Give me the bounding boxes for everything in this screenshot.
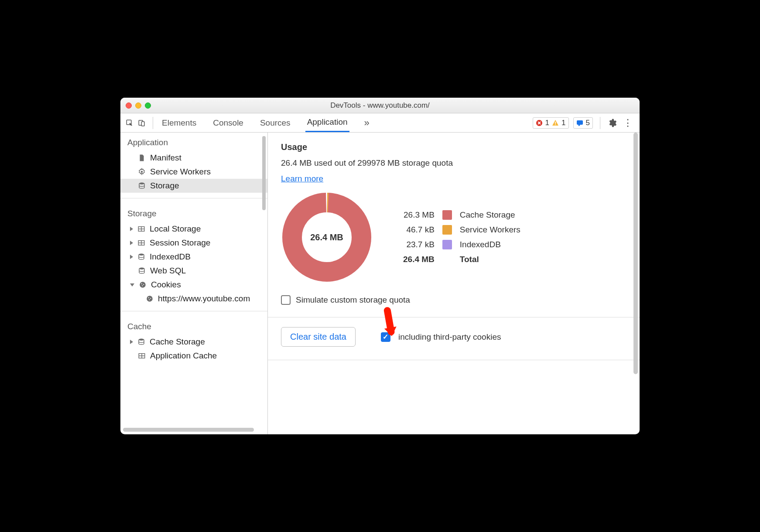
sidebar-item-indexeddb[interactable]: IndexedDB xyxy=(120,250,267,264)
clear-site-data-button[interactable]: Clear site data xyxy=(281,327,356,347)
window-controls xyxy=(126,102,151,109)
sidebar-item-websql[interactable]: Web SQL xyxy=(120,264,267,278)
legend-swatch-indexeddb xyxy=(442,240,452,249)
disclosure-right-icon[interactable] xyxy=(130,227,133,231)
learn-more-link[interactable]: Learn more xyxy=(281,174,323,183)
kebab-menu-icon[interactable]: ⋮ xyxy=(621,117,634,129)
cookie-icon xyxy=(139,281,147,289)
settings-gear-icon[interactable] xyxy=(607,118,617,128)
svg-point-8 xyxy=(139,183,144,185)
database-icon xyxy=(137,253,145,261)
svg-point-19 xyxy=(143,284,144,285)
messages-badge[interactable]: 5 xyxy=(573,117,593,129)
third-party-cookies-checkbox[interactable] xyxy=(381,332,390,342)
table-icon xyxy=(137,239,145,247)
svg-point-17 xyxy=(140,282,146,288)
divider xyxy=(153,117,153,129)
table-icon xyxy=(137,225,145,233)
main-scrollbar-thumb[interactable] xyxy=(633,133,638,374)
cookie-icon xyxy=(146,295,154,303)
svg-point-21 xyxy=(147,296,153,302)
sidebar-item-label: Application Cache xyxy=(150,351,217,361)
svg-point-7 xyxy=(141,171,143,173)
close-window-button[interactable] xyxy=(126,102,132,109)
tab-application[interactable]: Application xyxy=(305,113,349,132)
warning-icon xyxy=(552,119,559,126)
sidebar-item-label: Storage xyxy=(150,181,179,191)
sidebar-item-cache-storage[interactable]: Cache Storage xyxy=(120,335,267,349)
message-count: 5 xyxy=(586,119,590,127)
titlebar: DevTools - www.youtube.com/ xyxy=(120,98,640,113)
svg-rect-2 xyxy=(141,122,144,126)
sidebar-item-manifest[interactable]: Manifest xyxy=(120,151,267,165)
usage-heading: Usage xyxy=(281,142,626,152)
message-icon xyxy=(576,119,583,126)
usage-donut-chart: 26.4 MB xyxy=(281,191,373,283)
simulate-quota-label: Simulate custom storage quota xyxy=(296,295,410,305)
legend-size: 26.3 MB xyxy=(403,210,435,220)
sidebar-item-label: Manifest xyxy=(150,153,181,163)
svg-rect-5 xyxy=(555,124,556,125)
svg-point-23 xyxy=(150,298,151,299)
sidebar-item-label: IndexedDB xyxy=(150,252,191,262)
svg-point-18 xyxy=(141,283,142,284)
section-cache-title: Cache xyxy=(120,317,267,335)
third-party-cookies-label: including third-party cookies xyxy=(398,332,501,342)
sidebar-item-local-storage[interactable]: Local Storage xyxy=(120,222,267,236)
disclosure-right-icon[interactable] xyxy=(130,241,133,245)
svg-point-20 xyxy=(142,285,143,286)
disclosure-right-icon[interactable] xyxy=(130,340,133,344)
sidebar-scrollbar-thumb[interactable] xyxy=(262,136,266,210)
database-icon xyxy=(138,267,146,275)
usage-text: 26.4 MB used out of 299978 MB storage qu… xyxy=(281,158,626,168)
sidebar-item-cookies[interactable]: Cookies xyxy=(120,278,267,292)
sidebar-item-label: Cache Storage xyxy=(150,337,205,347)
sidebar-horizontal-scrollbar-thumb[interactable] xyxy=(123,428,254,432)
issues-badge[interactable]: 1 1 xyxy=(533,117,569,129)
warning-count: 1 xyxy=(561,119,565,127)
simulate-quota-checkbox[interactable] xyxy=(281,295,291,305)
svg-point-16 xyxy=(139,268,144,270)
legend-swatch-service-workers xyxy=(442,225,452,235)
sidebar-item-label: Session Storage xyxy=(150,238,210,248)
sidebar-item-label: Web SQL xyxy=(150,266,186,276)
tab-console[interactable]: Console xyxy=(211,113,245,132)
error-count: 1 xyxy=(545,119,549,127)
zoom-window-button[interactable] xyxy=(145,102,151,109)
legend-total-label: Total xyxy=(460,255,520,264)
tab-elements[interactable]: Elements xyxy=(160,113,198,132)
svg-point-25 xyxy=(139,339,144,341)
legend-total-size: 26.4 MB xyxy=(403,255,435,264)
database-icon xyxy=(138,182,146,190)
tabs-overflow-button[interactable]: » xyxy=(363,113,371,132)
sidebar-item-session-storage[interactable]: Session Storage xyxy=(120,236,267,250)
divider xyxy=(268,360,640,360)
sidebar-item-cookie-origin[interactable]: https://www.youtube.com xyxy=(120,292,267,306)
sidebar-item-storage[interactable]: Storage xyxy=(120,179,267,193)
legend-size: 23.7 kB xyxy=(403,240,435,249)
sidebar-item-service-workers[interactable]: Service Workers xyxy=(120,165,267,179)
divider xyxy=(120,198,267,198)
disclosure-down-icon[interactable] xyxy=(130,283,134,286)
tab-sources[interactable]: Sources xyxy=(258,113,292,132)
divider xyxy=(268,317,640,317)
minimize-window-button[interactable] xyxy=(135,102,141,109)
device-toggle-icon[interactable] xyxy=(138,119,146,127)
sidebar-item-application-cache[interactable]: Application Cache xyxy=(120,349,267,363)
legend-label: Cache Storage xyxy=(460,210,520,220)
legend-swatch-cache-storage xyxy=(442,210,452,220)
table-icon xyxy=(138,352,146,360)
section-application-title: Application xyxy=(120,133,267,151)
storage-panel: Usage 26.4 MB used out of 299978 MB stor… xyxy=(268,133,640,434)
sidebar-item-label: Service Workers xyxy=(150,167,211,177)
file-icon xyxy=(138,154,146,162)
disclosure-right-icon[interactable] xyxy=(130,255,133,259)
devtools-toolbar: Elements Console Sources Application » 1… xyxy=(120,113,640,133)
inspect-element-icon[interactable] xyxy=(126,119,134,127)
main-scrollbar-track xyxy=(633,133,639,434)
divider xyxy=(600,117,600,129)
svg-point-22 xyxy=(148,297,149,298)
divider xyxy=(120,311,267,311)
svg-point-24 xyxy=(149,299,150,300)
legend-label: IndexedDB xyxy=(460,240,520,249)
